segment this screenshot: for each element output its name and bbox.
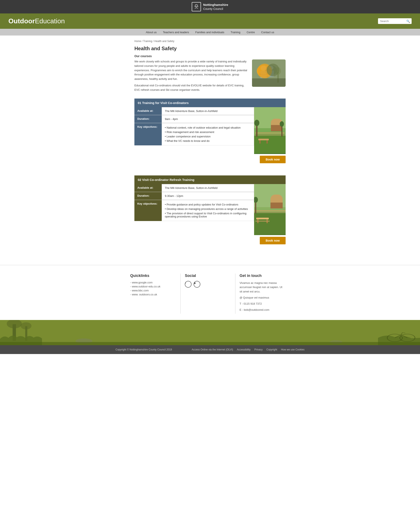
main-nav: About us Teachers and leaders Families a…: [146, 31, 274, 34]
svg-rect-23: [258, 139, 269, 140]
site-header: OutdoorEducation 🔍: [0, 14, 420, 29]
course-2-body: Available at: The Mill Adventure Base, S…: [135, 184, 285, 235]
course-2-objectives-list: Provide guidance and policy updates for …: [165, 202, 251, 219]
svg-rect-1: [252, 60, 285, 87]
svg-rect-36: [255, 220, 270, 222]
course-1-duration-label: Duration:: [135, 115, 162, 123]
svg-point-11: [275, 67, 281, 75]
contact-email: E - bob@outdoored.com: [240, 308, 285, 312]
course-2-duration-row: Duration: 9.30am - 12pm: [135, 192, 254, 200]
intro-image: [252, 60, 285, 94]
quicklink-4[interactable]: - www. outdoors.co.uk: [130, 293, 176, 296]
helmet-photo: [252, 60, 285, 87]
course-1-objectives-row: Key objectives: National context, role o…: [135, 123, 254, 145]
course-2-available-row: Available at: The Mill Adventure Base, S…: [135, 184, 254, 192]
footer-link-copyright[interactable]: Copyright: [266, 348, 277, 351]
course-2-objectives-value: Provide guidance and policy updates for …: [162, 200, 254, 221]
course-2-obj-1: Provide guidance and policy updates for …: [165, 202, 251, 207]
footer-link-accessibility[interactable]: Accessibility: [237, 348, 251, 351]
svg-rect-17: [255, 135, 285, 135]
course-2-obj-2: Develop ideas on managing procedures acr…: [165, 207, 251, 211]
intro-para-1: We work closely with schools and groups …: [135, 60, 248, 81]
quicklink-1[interactable]: - www.google.com: [130, 281, 176, 284]
council-logo-icon: [192, 2, 201, 11]
course-1-image: [254, 107, 285, 154]
svg-point-3: [257, 65, 270, 77]
svg-rect-47: [0, 342, 420, 345]
svg-point-42: [21, 322, 31, 329]
svg-point-7: [268, 66, 273, 70]
copyright-text: Copyright © Nottinghamshire County Counc…: [115, 348, 172, 351]
logo-area: Nottinghamshire County Council: [192, 2, 228, 11]
svg-rect-21: [281, 125, 282, 137]
course-1-obj-1: National context, role of outdoor educat…: [165, 125, 251, 130]
course-2-number: 02: [138, 178, 141, 182]
intro-para-2: Educational visit Co-ordinators should v…: [135, 83, 248, 92]
course-block-1: 01 Training for Visit Co-ordinators Avai…: [135, 99, 285, 165]
footer-social: Social f ▶: [180, 273, 235, 314]
svg-rect-9: [268, 70, 274, 77]
svg-point-6: [261, 66, 266, 71]
social-title: Social: [185, 273, 231, 278]
nav-about-us[interactable]: About us: [146, 31, 157, 34]
twitter-icon[interactable]: ▶: [194, 281, 200, 288]
facebook-icon[interactable]: f: [185, 281, 192, 288]
footer-link-privacy[interactable]: Privacy: [254, 348, 262, 351]
course-1-number: 01: [138, 101, 141, 105]
site-title-bold: Outdoor: [8, 17, 35, 25]
course-2-objectives-row: Key objectives: Provide guidance and pol…: [135, 200, 254, 221]
footer-quicklinks: Quicklinks - www.google.com - www.outdoo…: [130, 273, 180, 314]
course-1-available-label: Available at:: [135, 107, 162, 115]
svg-rect-29: [270, 203, 283, 208]
quicklink-2[interactable]: - www.outdoor-edu.co.uk: [130, 285, 176, 288]
svg-rect-31: [254, 212, 285, 212]
contact-phone: T - 0115 918 7372: [240, 302, 285, 306]
svg-point-0: [195, 4, 198, 7]
course-1-available-value: The Mill Adventure Base, Sutton-in-Ashfi…: [162, 107, 254, 115]
svg-point-5: [265, 65, 277, 76]
course-1-obj-4: What the VC needs to know and do: [165, 139, 251, 143]
footer-link-cookies[interactable]: How we use Cookies: [281, 348, 305, 351]
course-1-photo: [254, 107, 285, 154]
course-2-photo: [254, 184, 285, 235]
course-1-title-text: Training for Visit Co-ordinators: [142, 101, 188, 105]
breadcrumb-home[interactable]: Home: [135, 40, 141, 43]
footer-link-olvi[interactable]: Access Online via the Internet (OLVI): [192, 348, 233, 351]
bottom-links: Access Online via the Internet (OLVI) Ac…: [192, 348, 305, 351]
site-title-light: Education: [35, 17, 65, 25]
site-title: OutdoorEducation: [8, 17, 65, 25]
nav-training[interactable]: Training: [231, 31, 240, 34]
contact-para: Vivamus ac magna nec massa accumsan feug…: [240, 281, 285, 294]
footer-columns: Quicklinks - www.google.com - www.outdoo…: [130, 273, 290, 314]
landscape-footer: [0, 320, 420, 345]
search-icon: 🔍: [406, 20, 410, 23]
council-name-line1: Nottinghamshire: [203, 3, 228, 7]
breadcrumb-current: Health and Safety: [154, 40, 174, 43]
course-1-available-row: Available at: The Mill Adventure Base, S…: [135, 107, 254, 115]
quicklink-3[interactable]: - www.bbc.com: [130, 289, 176, 292]
course-1-obj-2: Risk management and risk assessment: [165, 130, 251, 134]
course-1-objectives-list: National context, role of outdoor educat…: [165, 125, 251, 143]
nav-centre[interactable]: Centre: [247, 31, 255, 34]
nav-teachers-leaders[interactable]: Teachers and leaders: [163, 31, 189, 34]
course-1-book-button[interactable]: Book now: [260, 156, 285, 163]
contact-title: Get in touch: [240, 273, 285, 278]
course-1-objectives-label: Key objectives:: [135, 123, 162, 145]
nav-families-individuals[interactable]: Families and individuals: [195, 31, 224, 34]
course-2-duration-value: 9.30am - 12pm: [162, 192, 254, 200]
nav-contact-us[interactable]: Contact us: [261, 31, 274, 34]
search-box[interactable]: 🔍: [378, 18, 412, 24]
our-courses-label: Our courses: [135, 54, 285, 58]
breadcrumb-training[interactable]: Training: [143, 40, 152, 43]
svg-rect-16: [255, 132, 285, 134]
svg-rect-37: [255, 201, 256, 213]
course-1-table: Available at: The Mill Adventure Base, S…: [135, 107, 254, 154]
footer-top: Quicklinks - www.google.com - www.outdoo…: [0, 265, 420, 320]
svg-point-2: [257, 65, 270, 77]
svg-rect-18: [254, 136, 285, 153]
course-2-book-button[interactable]: Book now: [260, 237, 285, 244]
course-2-header: 02 Visit Co-ordinator Refresh Training: [135, 175, 285, 184]
course-2-table: Available at: The Mill Adventure Base, S…: [135, 184, 254, 235]
course-1-objectives-value: National context, role of outdoor educat…: [162, 123, 254, 145]
course-1-book-row: Book now: [135, 154, 285, 165]
